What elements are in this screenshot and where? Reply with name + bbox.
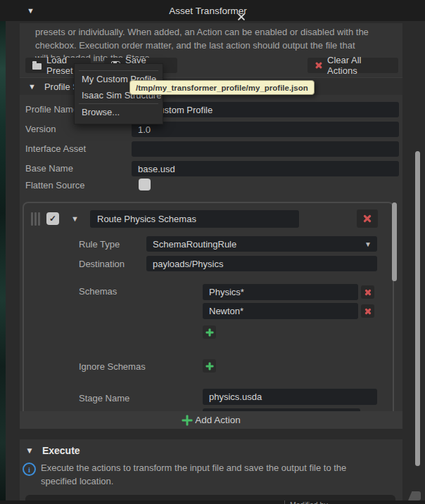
- remove-x-icon: [364, 308, 372, 315]
- window-title: Asset Transformer: [169, 6, 246, 16]
- dropdown-chevron-icon: ▼: [364, 240, 372, 248]
- window-scrollbar[interactable]: [415, 151, 420, 466]
- title-bar: ▼ Asset Transformer: [0, 0, 425, 21]
- version-input[interactable]: 1.0: [132, 122, 399, 137]
- stage-name-label: Stage Name: [79, 393, 129, 403]
- action-name-input[interactable]: Route Physics Schemas: [90, 210, 299, 228]
- ignore-schemas-label: Ignore Schemas: [79, 361, 146, 372]
- asset-transformer-window: ▼ Asset Transformer presets or individua…: [0, 0, 425, 504]
- execute-title: Execute: [42, 445, 80, 456]
- info-icon: i: [23, 463, 36, 476]
- remove-x-icon: [364, 289, 372, 296]
- remove-schema-button[interactable]: [361, 285, 374, 299]
- card-scrollbar[interactable]: [392, 202, 397, 281]
- base-name-input[interactable]: base.usd: [132, 161, 399, 176]
- menu-item-browse[interactable]: Browse...: [75, 104, 163, 120]
- action-collapse-icon[interactable]: ▼: [71, 215, 79, 223]
- rule-type-value: SchemaRoutingRule: [153, 239, 236, 250]
- modified-by-column-header: Modified by: [290, 500, 328, 504]
- resize-handle[interactable]: [408, 491, 421, 500]
- chevron-down-icon: ▼: [28, 83, 36, 91]
- path-tooltip: /tmp/my_transformer_profile/my_profile.j…: [129, 80, 315, 95]
- check-icon: ✓: [49, 214, 56, 224]
- window-collapse-icon[interactable]: ▼: [27, 7, 34, 15]
- output-field-partial[interactable]: [25, 495, 395, 500]
- flatten-source-checkbox[interactable]: [139, 179, 151, 190]
- add-ignore-schema-button[interactable]: [203, 359, 216, 373]
- plus-icon: [205, 362, 213, 370]
- interface-asset-input[interactable]: [132, 141, 399, 157]
- clear-x-icon: [315, 62, 322, 70]
- rule-type-dropdown[interactable]: SchemaRoutingRule ▼: [146, 236, 377, 252]
- version-label: Version: [25, 124, 56, 134]
- column-divider: [284, 500, 285, 504]
- close-icon[interactable]: [237, 13, 246, 22]
- drag-handle[interactable]: [31, 212, 40, 226]
- folder-icon: [32, 63, 42, 70]
- destination-input[interactable]: payloads/Physics: [146, 256, 377, 271]
- base-name-label: Base Name: [25, 163, 73, 174]
- rule-type-label: Rule Type: [79, 239, 120, 250]
- plus-icon: [182, 415, 192, 425]
- stage-name-input[interactable]: physics.usda: [203, 389, 377, 405]
- delete-x-icon: [363, 214, 372, 224]
- add-action-button[interactable]: Add Action: [20, 411, 402, 429]
- chevron-down-icon: ▼: [25, 446, 34, 455]
- interface-asset-label: Interface Asset: [25, 143, 86, 154]
- flatten-source-label: Flatten Source: [25, 180, 85, 190]
- profile-name-input[interactable]: My Custom Profile: [132, 102, 399, 117]
- action-enabled-checkbox[interactable]: ✓: [46, 212, 59, 225]
- background-app-strip: Modified by: [0, 500, 425, 504]
- remove-schema-button[interactable]: [361, 304, 374, 318]
- background-viewport-sliver: [0, 21, 6, 500]
- schemas-label: Schemas: [79, 286, 117, 297]
- delete-action-button[interactable]: [357, 209, 378, 228]
- schema-input[interactable]: Physics*: [203, 284, 358, 300]
- profile-name-label: Profile Name: [25, 104, 78, 115]
- execute-header[interactable]: ▼ Execute: [20, 441, 402, 459]
- add-schema-button[interactable]: [203, 325, 216, 339]
- execute-info-text: Execute the actions to transform the inp…: [41, 461, 346, 488]
- clear-all-label: Clear All Actions: [327, 55, 391, 76]
- destination-label: Destination: [79, 259, 125, 269]
- schema-input[interactable]: Newton*: [203, 303, 358, 319]
- clear-all-actions-button[interactable]: Clear All Actions: [307, 58, 398, 73]
- plus-icon: [205, 328, 213, 336]
- add-action-label: Add Action: [195, 415, 241, 425]
